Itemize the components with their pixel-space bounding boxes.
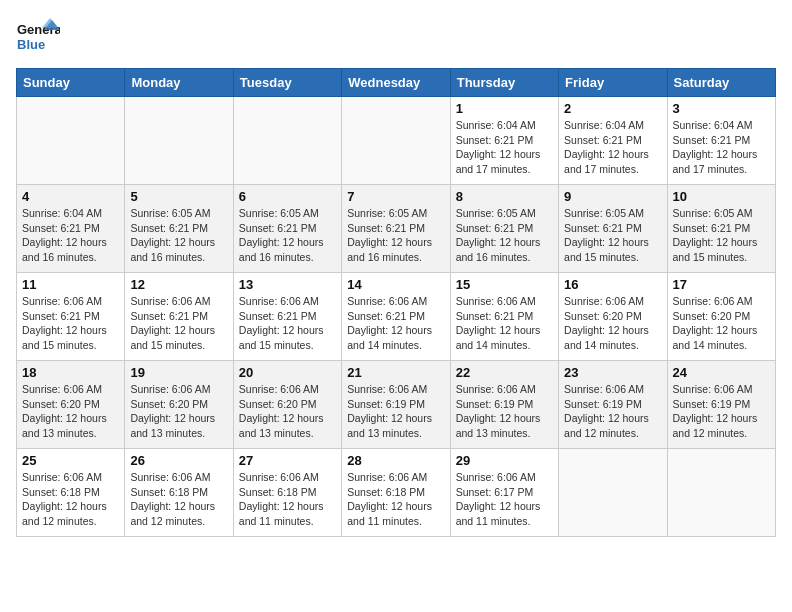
calendar-cell: 8Sunrise: 6:05 AM Sunset: 6:21 PM Daylig…: [450, 185, 558, 273]
day-number: 27: [239, 453, 336, 468]
day-info: Sunrise: 6:05 AM Sunset: 6:21 PM Dayligh…: [239, 206, 336, 265]
day-info: Sunrise: 6:06 AM Sunset: 6:21 PM Dayligh…: [22, 294, 119, 353]
day-header-tuesday: Tuesday: [233, 69, 341, 97]
day-number: 24: [673, 365, 770, 380]
week-row-5: 25Sunrise: 6:06 AM Sunset: 6:18 PM Dayli…: [17, 449, 776, 537]
calendar-cell: [17, 97, 125, 185]
day-info: Sunrise: 6:04 AM Sunset: 6:21 PM Dayligh…: [564, 118, 661, 177]
calendar-cell: 3Sunrise: 6:04 AM Sunset: 6:21 PM Daylig…: [667, 97, 775, 185]
calendar-cell: 15Sunrise: 6:06 AM Sunset: 6:21 PM Dayli…: [450, 273, 558, 361]
day-number: 16: [564, 277, 661, 292]
day-info: Sunrise: 6:06 AM Sunset: 6:20 PM Dayligh…: [239, 382, 336, 441]
calendar-cell: 17Sunrise: 6:06 AM Sunset: 6:20 PM Dayli…: [667, 273, 775, 361]
calendar-cell: 27Sunrise: 6:06 AM Sunset: 6:18 PM Dayli…: [233, 449, 341, 537]
day-number: 11: [22, 277, 119, 292]
day-number: 10: [673, 189, 770, 204]
day-number: 19: [130, 365, 227, 380]
day-headers-row: SundayMondayTuesdayWednesdayThursdayFrid…: [17, 69, 776, 97]
day-number: 13: [239, 277, 336, 292]
day-info: Sunrise: 6:06 AM Sunset: 6:20 PM Dayligh…: [130, 382, 227, 441]
day-number: 7: [347, 189, 444, 204]
day-info: Sunrise: 6:06 AM Sunset: 6:19 PM Dayligh…: [347, 382, 444, 441]
day-info: Sunrise: 6:05 AM Sunset: 6:21 PM Dayligh…: [673, 206, 770, 265]
day-info: Sunrise: 6:06 AM Sunset: 6:21 PM Dayligh…: [239, 294, 336, 353]
day-info: Sunrise: 6:06 AM Sunset: 6:21 PM Dayligh…: [130, 294, 227, 353]
day-info: Sunrise: 6:06 AM Sunset: 6:18 PM Dayligh…: [22, 470, 119, 529]
calendar-cell: 16Sunrise: 6:06 AM Sunset: 6:20 PM Dayli…: [559, 273, 667, 361]
day-number: 28: [347, 453, 444, 468]
calendar-cell: 2Sunrise: 6:04 AM Sunset: 6:21 PM Daylig…: [559, 97, 667, 185]
day-number: 29: [456, 453, 553, 468]
day-number: 15: [456, 277, 553, 292]
calendar-table: SundayMondayTuesdayWednesdayThursdayFrid…: [16, 68, 776, 537]
day-header-saturday: Saturday: [667, 69, 775, 97]
calendar-cell: 10Sunrise: 6:05 AM Sunset: 6:21 PM Dayli…: [667, 185, 775, 273]
svg-text:Blue: Blue: [17, 37, 45, 52]
day-number: 8: [456, 189, 553, 204]
day-info: Sunrise: 6:05 AM Sunset: 6:21 PM Dayligh…: [564, 206, 661, 265]
week-row-4: 18Sunrise: 6:06 AM Sunset: 6:20 PM Dayli…: [17, 361, 776, 449]
day-info: Sunrise: 6:06 AM Sunset: 6:20 PM Dayligh…: [564, 294, 661, 353]
calendar-cell: 19Sunrise: 6:06 AM Sunset: 6:20 PM Dayli…: [125, 361, 233, 449]
day-info: Sunrise: 6:06 AM Sunset: 6:19 PM Dayligh…: [564, 382, 661, 441]
week-row-2: 4Sunrise: 6:04 AM Sunset: 6:21 PM Daylig…: [17, 185, 776, 273]
day-info: Sunrise: 6:06 AM Sunset: 6:20 PM Dayligh…: [22, 382, 119, 441]
day-number: 4: [22, 189, 119, 204]
day-number: 20: [239, 365, 336, 380]
calendar-cell: 1Sunrise: 6:04 AM Sunset: 6:21 PM Daylig…: [450, 97, 558, 185]
calendar-cell: 13Sunrise: 6:06 AM Sunset: 6:21 PM Dayli…: [233, 273, 341, 361]
calendar-cell: 4Sunrise: 6:04 AM Sunset: 6:21 PM Daylig…: [17, 185, 125, 273]
calendar-cell: 11Sunrise: 6:06 AM Sunset: 6:21 PM Dayli…: [17, 273, 125, 361]
calendar-cell: 7Sunrise: 6:05 AM Sunset: 6:21 PM Daylig…: [342, 185, 450, 273]
day-info: Sunrise: 6:06 AM Sunset: 6:19 PM Dayligh…: [673, 382, 770, 441]
calendar-cell: 21Sunrise: 6:06 AM Sunset: 6:19 PM Dayli…: [342, 361, 450, 449]
calendar-cell: 9Sunrise: 6:05 AM Sunset: 6:21 PM Daylig…: [559, 185, 667, 273]
day-number: 21: [347, 365, 444, 380]
calendar-cell: 24Sunrise: 6:06 AM Sunset: 6:19 PM Dayli…: [667, 361, 775, 449]
day-number: 18: [22, 365, 119, 380]
day-info: Sunrise: 6:06 AM Sunset: 6:18 PM Dayligh…: [239, 470, 336, 529]
day-info: Sunrise: 6:06 AM Sunset: 6:20 PM Dayligh…: [673, 294, 770, 353]
day-number: 2: [564, 101, 661, 116]
week-row-3: 11Sunrise: 6:06 AM Sunset: 6:21 PM Dayli…: [17, 273, 776, 361]
day-number: 14: [347, 277, 444, 292]
calendar-cell: 18Sunrise: 6:06 AM Sunset: 6:20 PM Dayli…: [17, 361, 125, 449]
logo: General Blue: [16, 16, 60, 60]
day-info: Sunrise: 6:04 AM Sunset: 6:21 PM Dayligh…: [22, 206, 119, 265]
calendar-cell: 20Sunrise: 6:06 AM Sunset: 6:20 PM Dayli…: [233, 361, 341, 449]
calendar-cell: 12Sunrise: 6:06 AM Sunset: 6:21 PM Dayli…: [125, 273, 233, 361]
day-info: Sunrise: 6:04 AM Sunset: 6:21 PM Dayligh…: [456, 118, 553, 177]
day-number: 3: [673, 101, 770, 116]
day-header-thursday: Thursday: [450, 69, 558, 97]
day-number: 26: [130, 453, 227, 468]
calendar-cell: 22Sunrise: 6:06 AM Sunset: 6:19 PM Dayli…: [450, 361, 558, 449]
calendar-cell: [125, 97, 233, 185]
day-info: Sunrise: 6:06 AM Sunset: 6:18 PM Dayligh…: [130, 470, 227, 529]
day-info: Sunrise: 6:06 AM Sunset: 6:21 PM Dayligh…: [456, 294, 553, 353]
day-header-sunday: Sunday: [17, 69, 125, 97]
day-info: Sunrise: 6:05 AM Sunset: 6:21 PM Dayligh…: [130, 206, 227, 265]
day-info: Sunrise: 6:06 AM Sunset: 6:18 PM Dayligh…: [347, 470, 444, 529]
logo-svg: General Blue: [16, 16, 60, 60]
calendar-cell: 28Sunrise: 6:06 AM Sunset: 6:18 PM Dayli…: [342, 449, 450, 537]
day-number: 1: [456, 101, 553, 116]
calendar-cell: [559, 449, 667, 537]
day-number: 25: [22, 453, 119, 468]
day-info: Sunrise: 6:05 AM Sunset: 6:21 PM Dayligh…: [347, 206, 444, 265]
day-header-friday: Friday: [559, 69, 667, 97]
calendar-cell: 14Sunrise: 6:06 AM Sunset: 6:21 PM Dayli…: [342, 273, 450, 361]
day-number: 6: [239, 189, 336, 204]
calendar-cell: 25Sunrise: 6:06 AM Sunset: 6:18 PM Dayli…: [17, 449, 125, 537]
calendar-cell: [667, 449, 775, 537]
calendar-cell: 26Sunrise: 6:06 AM Sunset: 6:18 PM Dayli…: [125, 449, 233, 537]
calendar-cell: 29Sunrise: 6:06 AM Sunset: 6:17 PM Dayli…: [450, 449, 558, 537]
week-row-1: 1Sunrise: 6:04 AM Sunset: 6:21 PM Daylig…: [17, 97, 776, 185]
day-info: Sunrise: 6:06 AM Sunset: 6:21 PM Dayligh…: [347, 294, 444, 353]
day-number: 9: [564, 189, 661, 204]
day-header-wednesday: Wednesday: [342, 69, 450, 97]
header: General Blue: [16, 16, 776, 60]
calendar-cell: 6Sunrise: 6:05 AM Sunset: 6:21 PM Daylig…: [233, 185, 341, 273]
calendar-cell: 5Sunrise: 6:05 AM Sunset: 6:21 PM Daylig…: [125, 185, 233, 273]
day-number: 5: [130, 189, 227, 204]
day-info: Sunrise: 6:06 AM Sunset: 6:17 PM Dayligh…: [456, 470, 553, 529]
